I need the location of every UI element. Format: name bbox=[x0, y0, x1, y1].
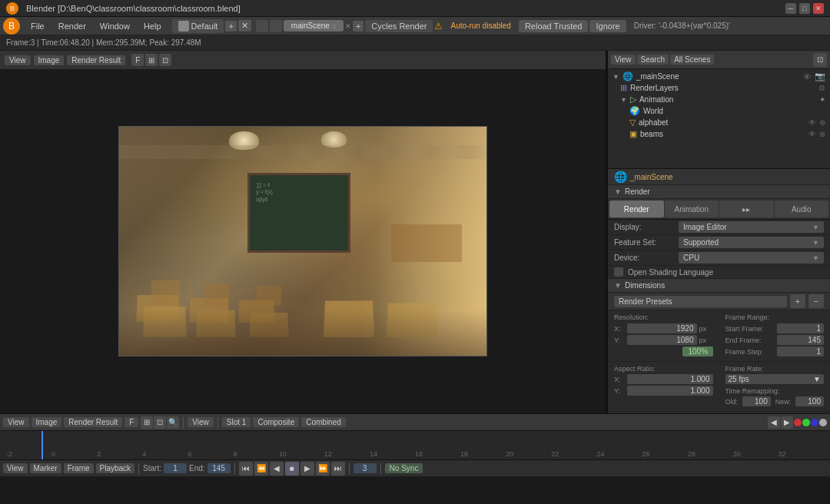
old-value-input[interactable]: 100 bbox=[742, 396, 771, 406]
viewport-icon-3[interactable]: ⊡ bbox=[159, 54, 171, 66]
bb-slot-btn[interactable]: Slot 1 bbox=[222, 417, 251, 427]
outliner-anim-icon[interactable]: ✦ bbox=[819, 95, 825, 104]
timeline-ruler: -2 0 2 4 6 8 10 12 14 16 18 20 22 24 26 … bbox=[0, 430, 830, 459]
list-item[interactable]: ⊞ RenderLayers ⚙ bbox=[608, 82, 830, 94]
all-scenes-dropdown[interactable]: All Scenes bbox=[670, 55, 714, 65]
start-frame-input[interactable]: 1 bbox=[777, 323, 825, 333]
play-reverse-btn[interactable]: ◀ bbox=[270, 462, 284, 476]
display-value[interactable]: Image Editor ▼ bbox=[679, 221, 824, 233]
outliner-eye-icon2[interactable]: 👁 bbox=[808, 130, 816, 138]
outliner-cam-icon[interactable]: 📷 bbox=[815, 71, 825, 81]
menu-help[interactable]: Help bbox=[138, 20, 168, 32]
jump-start-btn[interactable]: ⏮ bbox=[239, 462, 253, 476]
delete-preset-btn[interactable]: − bbox=[808, 294, 824, 308]
bb-view2-btn[interactable]: View bbox=[188, 417, 214, 427]
viewport-image-btn[interactable]: Image bbox=[34, 55, 65, 65]
bb-render-result[interactable]: Render Result bbox=[64, 417, 122, 427]
timeline-frame-btn[interactable]: Frame bbox=[64, 463, 94, 473]
menu-render[interactable]: Render bbox=[52, 20, 92, 32]
step-forward-btn[interactable]: ⏩ bbox=[316, 462, 330, 476]
outliner-item-label: beams bbox=[640, 130, 663, 138]
menu-file[interactable]: File bbox=[25, 20, 51, 32]
tab-animation[interactable]: Animation bbox=[665, 201, 719, 217]
list-item[interactable]: 🌍 World bbox=[608, 105, 830, 117]
ruler-tick-22: 22 bbox=[551, 450, 596, 458]
res-y-input[interactable]: 1080 bbox=[627, 335, 697, 345]
outliner-cursor-icon2[interactable]: ⊕ bbox=[819, 130, 825, 138]
list-item[interactable]: ▣ beams 👁 ⊕ bbox=[608, 128, 830, 140]
list-item[interactable]: ▼ 🌐 _mainScene 👁 📷 bbox=[608, 71, 830, 82]
current-frame-field[interactable]: 3 bbox=[354, 463, 377, 473]
viewport-icon-2[interactable]: ⊞ bbox=[145, 54, 158, 66]
jump-end-btn[interactable]: ⏭ bbox=[331, 462, 345, 476]
step-back-btn[interactable]: ⏪ bbox=[254, 462, 268, 476]
feature-set-value[interactable]: Supported ▼ bbox=[679, 237, 824, 248]
res-x-input[interactable]: 1920 bbox=[627, 323, 697, 333]
end-frame-input[interactable]: 145 bbox=[777, 335, 825, 345]
filter-icon[interactable]: ⊡ bbox=[813, 53, 827, 67]
close-button[interactable]: ✕ bbox=[813, 3, 824, 14]
end-value-field[interactable]: 145 bbox=[208, 463, 231, 473]
res-pct-btn[interactable]: 100% bbox=[682, 346, 713, 356]
viewport-icon-1[interactable]: F bbox=[131, 54, 144, 66]
ruler-tick-32: 32 bbox=[779, 450, 824, 458]
new-value-input[interactable]: 100 bbox=[795, 396, 824, 406]
timeline-bar: View Marker Frame Playback Start: 1 End:… bbox=[0, 459, 830, 476]
bb-icons: ⊞ ⊡ 🔍 bbox=[141, 416, 179, 429]
viewport-view-btn[interactable]: View bbox=[5, 55, 31, 65]
bb-icon-2[interactable]: ⊡ bbox=[154, 416, 166, 429]
bb-image-btn[interactable]: Image bbox=[32, 417, 62, 427]
bb-icon-arrow-right[interactable]: ▶ bbox=[781, 416, 793, 429]
reload-trusted-button[interactable]: Reload Trusted bbox=[519, 20, 589, 32]
aspect-y-input[interactable]: 1.000 bbox=[627, 386, 713, 396]
timeline-view-btn[interactable]: View bbox=[3, 463, 28, 473]
bb-icon-1[interactable]: ⊞ bbox=[141, 416, 153, 429]
ignore-button[interactable]: Ignore bbox=[589, 20, 626, 32]
add-screen-button[interactable]: + bbox=[225, 21, 236, 32]
no-sync-btn[interactable]: No Sync bbox=[385, 463, 423, 473]
res-y-label: Y: bbox=[614, 337, 625, 344]
aspect-y-row: Y: 1.000 bbox=[614, 386, 713, 396]
viewport-render-type[interactable]: Render Result bbox=[67, 55, 125, 65]
device-value[interactable]: CPU ▼ bbox=[679, 252, 824, 264]
outliner-cursor-icon[interactable]: ⊕ bbox=[819, 118, 825, 127]
bb-composite-btn[interactable]: Composite bbox=[253, 417, 299, 427]
dimensions-header[interactable]: ▼ Dimensions bbox=[608, 279, 830, 293]
play-forward-btn[interactable]: ▶ bbox=[300, 462, 314, 476]
add-scene-btn[interactable]: + bbox=[353, 21, 364, 32]
frame-step-input[interactable]: 1 bbox=[777, 346, 825, 356]
bb-icon-arrow-left[interactable]: ◀ bbox=[768, 416, 780, 429]
bb-icon-3[interactable]: 🔍 bbox=[167, 416, 179, 429]
bb-combined-btn[interactable]: Combined bbox=[301, 417, 346, 427]
timeline-marker-btn[interactable]: Marker bbox=[30, 463, 61, 473]
framerate-select[interactable]: 25 fps ▼ bbox=[725, 374, 825, 384]
view-button[interactable]: View bbox=[611, 55, 636, 65]
main-scene-tab[interactable]: mainScene 4 bbox=[284, 20, 344, 32]
tab-render[interactable]: Render bbox=[609, 201, 664, 217]
stop-btn[interactable]: ■ bbox=[285, 462, 299, 476]
open-shading-checkbox[interactable] bbox=[614, 267, 623, 277]
bb-f-btn[interactable]: F bbox=[124, 417, 138, 427]
ruler-tick-2: 2 bbox=[97, 450, 142, 458]
close-screen-button[interactable]: ✕ bbox=[238, 20, 251, 32]
minimize-button[interactable]: ─ bbox=[785, 3, 796, 14]
tab-more[interactable]: ▸▸ bbox=[719, 201, 774, 217]
render-presets-dropdown[interactable]: Render Presets bbox=[614, 296, 787, 307]
timeline-playback-btn[interactable]: Playback bbox=[96, 463, 135, 473]
search-button[interactable]: Search bbox=[637, 55, 669, 65]
layout-select[interactable]: Default bbox=[172, 19, 224, 33]
list-item[interactable]: ▽ alphabet 👁 ⊕ bbox=[608, 117, 830, 128]
start-value-field[interactable]: 1 bbox=[164, 463, 187, 473]
engine-dropdown[interactable]: Cycles Render bbox=[365, 20, 433, 32]
outliner-eye-icon[interactable]: 👁 bbox=[808, 118, 816, 127]
tab-audio[interactable]: Audio bbox=[775, 201, 829, 217]
aspect-x-input[interactable]: 1.000 bbox=[627, 374, 713, 384]
list-item[interactable]: ▼ ▷ Animation ✦ bbox=[608, 94, 830, 105]
outliner-view-icon[interactable]: 👁 bbox=[803, 72, 812, 81]
bb-view-btn[interactable]: View bbox=[3, 417, 29, 427]
menu-window[interactable]: Window bbox=[94, 20, 136, 32]
add-preset-btn[interactable]: + bbox=[790, 294, 805, 308]
maximize-button[interactable]: □ bbox=[799, 3, 810, 14]
scene-close-btn[interactable]: ✕ bbox=[345, 22, 351, 30]
outliner-settings-icon[interactable]: ⚙ bbox=[818, 84, 825, 92]
